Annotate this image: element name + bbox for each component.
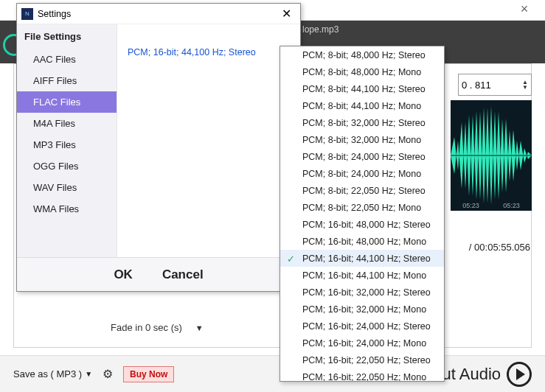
- format-option[interactable]: PCM; 8-bit; 22,050 Hz; Mono: [280, 199, 444, 216]
- time-value: 0 . 811: [462, 80, 491, 91]
- dialog-main: PCM; 16-bit; 44,100 Hz; Stereo ▼: [117, 24, 300, 257]
- format-dropdown-list[interactable]: PCM; 8-bit; 48,000 Hz; StereoPCM; 8-bit;…: [280, 46, 445, 382]
- ok-button[interactable]: OK: [114, 267, 133, 282]
- sidebar-item-aiff-files[interactable]: AIFF Files: [17, 70, 117, 91]
- sidebar-item-mp3-files[interactable]: MP3 Files: [17, 134, 117, 155]
- format-option[interactable]: PCM; 8-bit; 48,000 Hz; Stereo: [280, 46, 444, 63]
- format-option[interactable]: PCM; 16-bit; 44,100 Hz; Mono: [280, 267, 444, 284]
- sidebar-item-ogg-files[interactable]: OGG Files: [17, 155, 117, 177]
- format-option[interactable]: PCM; 16-bit; 32,000 Hz; Mono: [280, 301, 444, 318]
- format-option[interactable]: PCM; 8-bit; 22,050 Hz; Stereo: [280, 182, 444, 199]
- format-option[interactable]: PCM; 16-bit; 48,000 Hz; Mono: [280, 233, 444, 250]
- wave-tick: 05:23: [503, 202, 520, 209]
- format-option[interactable]: PCM; 8-bit; 48,000 Hz; Mono: [280, 63, 444, 80]
- bottom-bar: Save as ( MP3 ) ▼ ⚙ Buy Now ut Audio: [0, 355, 545, 392]
- cancel-button[interactable]: Cancel: [162, 267, 204, 282]
- dialog-title: Settings: [38, 9, 71, 19]
- buy-now-button[interactable]: Buy Now: [123, 366, 174, 382]
- format-option[interactable]: PCM; 8-bit; 44,100 Hz; Mono: [280, 97, 444, 114]
- total-duration: / 00:05:55.056: [469, 242, 530, 253]
- cut-audio-button[interactable]: ut Audio: [442, 362, 532, 387]
- dialog-titlebar[interactable]: N Settings ✕: [17, 4, 300, 24]
- format-option[interactable]: PCM; 8-bit; 32,000 Hz; Stereo: [280, 114, 444, 131]
- fade-in-label: Fade in 0 sec (s): [111, 322, 182, 333]
- format-option[interactable]: PCM; 16-bit; 24,000 Hz; Stereo: [280, 318, 444, 335]
- format-option[interactable]: PCM; 8-bit; 24,000 Hz; Mono: [280, 165, 444, 182]
- dialog-close-button[interactable]: ✕: [277, 7, 296, 21]
- waveform-time-axis: 05:23 05:23: [451, 202, 532, 209]
- format-option[interactable]: PCM; 16-bit; 44,100 Hz; Stereo: [280, 250, 444, 267]
- format-option[interactable]: PCM; 8-bit; 32,000 Hz; Mono: [280, 131, 444, 148]
- sidebar-header: File Settings: [17, 24, 117, 49]
- save-as-label: Save as ( MP3 ): [13, 368, 82, 379]
- sidebar-item-m4a-files[interactable]: M4A Files: [17, 113, 117, 134]
- format-option[interactable]: PCM; 8-bit; 24,000 Hz; Stereo: [280, 148, 444, 165]
- save-as-selector[interactable]: Save as ( MP3 ) ▼: [13, 368, 92, 379]
- format-option[interactable]: PCM; 16-bit; 48,000 Hz; Stereo: [280, 216, 444, 233]
- dialog-buttons: OK Cancel: [17, 257, 300, 291]
- gear-icon[interactable]: ⚙: [103, 367, 113, 381]
- cut-audio-label: ut Audio: [442, 365, 501, 384]
- sidebar-item-wav-files[interactable]: WAV Files: [17, 177, 117, 198]
- sidebar-item-wma-files[interactable]: WMA Files: [17, 198, 117, 220]
- fade-in-control[interactable]: Fade in 0 sec (s) ▼: [111, 322, 204, 333]
- time-steppers[interactable]: ▲ ▼: [522, 80, 528, 90]
- wave-tick: 05:23: [462, 202, 479, 209]
- settings-dialog: N Settings ✕ File Settings AAC FilesAIFF…: [16, 3, 301, 292]
- format-select[interactable]: PCM; 16-bit; 44,100 Hz; Stereo ▼: [128, 45, 285, 60]
- open-file-name: lope.mp3: [302, 24, 339, 35]
- fade-in-dropdown-arrow[interactable]: ▼: [195, 323, 204, 332]
- sidebar-item-aac-files[interactable]: AAC Files: [17, 49, 117, 70]
- waveform-display[interactable]: 05:23 05:23: [451, 100, 532, 211]
- format-option[interactable]: PCM; 16-bit; 22,050 Hz; Mono: [280, 368, 444, 382]
- format-option[interactable]: PCM; 16-bit; 22,050 Hz; Stereo: [280, 351, 444, 368]
- app-close-button[interactable]: ×: [510, 1, 539, 17]
- format-option[interactable]: PCM; 16-bit; 24,000 Hz; Mono: [280, 335, 444, 351]
- format-option[interactable]: PCM; 8-bit; 44,100 Hz; Stereo: [280, 80, 444, 97]
- format-option[interactable]: PCM; 16-bit; 32,000 Hz; Stereo: [280, 284, 444, 301]
- save-as-arrow: ▼: [85, 370, 92, 378]
- sidebar-item-flac-files[interactable]: FLAC Files: [17, 91, 117, 113]
- dialog-sidebar: File Settings AAC FilesAIFF FilesFLAC Fi…: [17, 24, 117, 257]
- play-icon: [507, 362, 532, 387]
- dialog-app-icon: N: [21, 8, 33, 20]
- time-step-down[interactable]: ▼: [522, 85, 528, 90]
- format-select-value: PCM; 16-bit; 44,100 Hz; Stereo: [128, 47, 256, 57]
- time-position-input[interactable]: 0 . 811 ▲ ▼: [458, 74, 532, 96]
